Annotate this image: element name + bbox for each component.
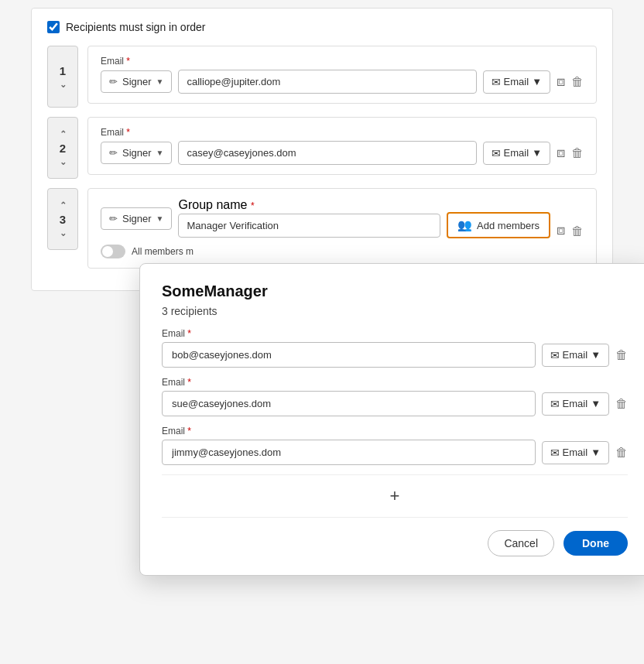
modal-email-label-3: Email * bbox=[162, 426, 628, 436]
modal-title: SomeManager bbox=[162, 282, 628, 300]
email-input-2[interactable] bbox=[178, 141, 476, 165]
modal-footer: Cancel Done bbox=[162, 517, 628, 556]
modal-delivery-chevron-3: ▼ bbox=[591, 447, 601, 458]
step-2: ⌃ 2 ⌄ bbox=[47, 117, 78, 179]
sign-in-order-checkbox[interactable] bbox=[47, 21, 60, 33]
delivery-btn-2[interactable]: ✉ Email ▼ bbox=[483, 142, 550, 165]
delivery-label-1: Email bbox=[504, 76, 529, 87]
modal-delivery-chevron-1: ▼ bbox=[591, 349, 601, 361]
step-2-down-arrow[interactable]: ⌄ bbox=[60, 158, 67, 166]
signer-type-dropdown-1[interactable]: ✏ Signer ▼ bbox=[101, 70, 172, 93]
chevron-icon-1: ▼ bbox=[156, 77, 164, 86]
add-members-group-icon: 👥 bbox=[457, 218, 472, 232]
modal-delete-icon-2[interactable]: 🗑 bbox=[615, 397, 628, 411]
modal-delivery-label-1: Email bbox=[563, 349, 588, 361]
modal-delivery-chevron-2: ▼ bbox=[591, 398, 601, 409]
delete-icon-3[interactable]: 🗑 bbox=[571, 224, 584, 238]
done-button[interactable]: Done bbox=[564, 531, 628, 556]
envelope-icon-1: ✉ bbox=[492, 76, 501, 88]
signer-row-1: 1 ⌄ Email * ✏ Signer ▼ ✉ Email bbox=[47, 46, 597, 108]
modal-email-label-2: Email * bbox=[162, 377, 628, 388]
delivery-label-2: Email bbox=[504, 147, 529, 159]
delivery-chevron-2: ▼ bbox=[532, 147, 542, 159]
sign-in-order-row: Recipients must sign in order bbox=[47, 21, 597, 33]
email-label-2: Email * bbox=[101, 127, 584, 138]
auth-icon-3[interactable]: ⧈ bbox=[557, 222, 565, 238]
signer-type-label-1: Signer bbox=[122, 76, 152, 87]
step-3-down-arrow[interactable]: ⌄ bbox=[60, 229, 67, 238]
cancel-button[interactable]: Cancel bbox=[488, 530, 554, 556]
modal-envelope-icon-1: ✉ bbox=[550, 349, 560, 361]
all-members-label: All members m bbox=[132, 246, 194, 257]
add-members-modal: SomeManager 3 recipients Email * ✉ Email… bbox=[139, 263, 644, 576]
add-members-button[interactable]: 👥 Add members bbox=[447, 212, 550, 238]
delete-icon-1[interactable]: 🗑 bbox=[571, 75, 584, 89]
delete-icon-2[interactable]: 🗑 bbox=[571, 146, 584, 160]
delivery-chevron-1: ▼ bbox=[532, 76, 542, 87]
modal-recipient-3: Email * ✉ Email ▼ 🗑 bbox=[162, 426, 628, 465]
pen-icon-1: ✏ bbox=[109, 76, 118, 87]
modal-delivery-label-2: Email bbox=[563, 398, 588, 409]
group-name-input[interactable] bbox=[178, 214, 440, 238]
modal-email-row-2: ✉ Email ▼ 🗑 bbox=[162, 391, 628, 416]
step-1: 1 ⌄ bbox=[47, 46, 78, 108]
signer-row-3: ⌃ 3 ⌄ ✏ Signer ▼ Group name * bbox=[47, 188, 597, 269]
step-3-up-arrow[interactable]: ⌃ bbox=[60, 201, 67, 210]
all-members-row: All members m bbox=[101, 245, 584, 258]
group-name-label: Group name * bbox=[178, 198, 550, 212]
modal-email-label-1: Email * bbox=[162, 328, 628, 339]
modal-delivery-label-3: Email bbox=[563, 447, 588, 458]
modal-add-icon[interactable]: + bbox=[390, 486, 400, 506]
signer-type-label-3: Signer bbox=[122, 213, 152, 224]
step-3: ⌃ 3 ⌄ bbox=[47, 188, 78, 250]
modal-envelope-icon-2: ✉ bbox=[550, 398, 560, 410]
step-1-down-arrow[interactable]: ⌄ bbox=[60, 80, 67, 89]
modal-email-input-1[interactable] bbox=[162, 342, 536, 368]
modal-email-input-3[interactable] bbox=[162, 440, 536, 465]
group-name-field: Group name * 👥 Add members bbox=[178, 198, 550, 238]
sign-in-order-label: Recipients must sign in order bbox=[66, 21, 206, 33]
envelope-icon-2: ✉ bbox=[492, 147, 501, 159]
step-2-number: 2 bbox=[60, 142, 66, 155]
modal-delivery-btn-2[interactable]: ✉ Email ▼ bbox=[542, 392, 609, 416]
auth-icon-2[interactable]: ⧈ bbox=[557, 145, 565, 161]
step-2-up-arrow[interactable]: ⌃ bbox=[60, 130, 67, 139]
recipients-count: 3 recipients bbox=[162, 305, 628, 317]
group-card-3: ✏ Signer ▼ Group name * 👥 bbox=[87, 188, 597, 269]
modal-delivery-btn-1[interactable]: ✉ Email ▼ bbox=[542, 344, 609, 367]
modal-email-row-1: ✉ Email ▼ 🗑 bbox=[162, 342, 628, 368]
signer-card-1: Email * ✏ Signer ▼ ✉ Email ▼ ⧈ 🗑 bbox=[87, 46, 597, 104]
modal-envelope-icon-3: ✉ bbox=[550, 447, 560, 459]
step-3-number: 3 bbox=[60, 213, 66, 226]
group-top-row: ✏ Signer ▼ Group name * 👥 bbox=[101, 198, 584, 238]
pen-icon-2: ✏ bbox=[109, 147, 118, 159]
pen-icon-3: ✏ bbox=[109, 213, 118, 224]
modal-delivery-btn-3[interactable]: ✉ Email ▼ bbox=[542, 441, 609, 464]
signer-type-dropdown-2[interactable]: ✏ Signer ▼ bbox=[101, 142, 172, 164]
delivery-btn-1[interactable]: ✉ Email ▼ bbox=[483, 70, 550, 94]
email-input-1[interactable] bbox=[178, 70, 476, 94]
signer-row-2: ⌃ 2 ⌄ Email * ✏ Signer ▼ ✉ Em bbox=[47, 117, 597, 179]
add-members-label: Add members bbox=[477, 220, 540, 231]
signer-card-2: Email * ✏ Signer ▼ ✉ Email ▼ ⧈ 🗑 bbox=[87, 117, 597, 175]
signer-controls-2: ✏ Signer ▼ ✉ Email ▼ ⧈ 🗑 bbox=[101, 141, 584, 165]
auth-icon-1[interactable]: ⧈ bbox=[557, 74, 565, 90]
modal-email-input-2[interactable] bbox=[162, 391, 536, 416]
all-members-toggle[interactable] bbox=[101, 245, 125, 258]
modal-recipient-1: Email * ✉ Email ▼ 🗑 bbox=[162, 328, 628, 368]
modal-add-row: + bbox=[162, 474, 628, 511]
modal-delete-icon-3[interactable]: 🗑 bbox=[615, 446, 628, 460]
modal-delete-icon-1[interactable]: 🗑 bbox=[615, 348, 628, 362]
modal-recipient-2: Email * ✉ Email ▼ 🗑 bbox=[162, 377, 628, 416]
email-label-1: Email * bbox=[101, 56, 584, 67]
modal-email-row-3: ✉ Email ▼ 🗑 bbox=[162, 440, 628, 465]
chevron-icon-3: ▼ bbox=[156, 214, 164, 223]
signer-type-label-2: Signer bbox=[122, 147, 152, 159]
signer-type-dropdown-3[interactable]: ✏ Signer ▼ bbox=[101, 207, 172, 230]
step-1-number: 1 bbox=[60, 64, 66, 77]
signer-controls-1: ✏ Signer ▼ ✉ Email ▼ ⧈ 🗑 bbox=[101, 70, 584, 94]
chevron-icon-2: ▼ bbox=[156, 149, 164, 157]
